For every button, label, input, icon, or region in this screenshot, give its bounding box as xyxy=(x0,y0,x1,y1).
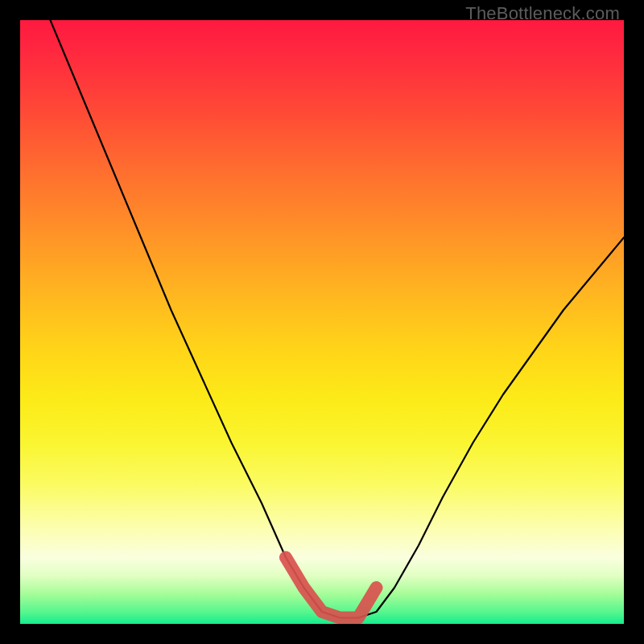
curve-group xyxy=(51,20,625,618)
highlight-group xyxy=(286,558,377,618)
main-curve xyxy=(51,20,625,618)
chart-container: TheBottleneck.com xyxy=(0,0,644,644)
chart-svg xyxy=(20,20,624,624)
plot-area xyxy=(20,20,624,624)
highlight-curve xyxy=(286,558,377,618)
